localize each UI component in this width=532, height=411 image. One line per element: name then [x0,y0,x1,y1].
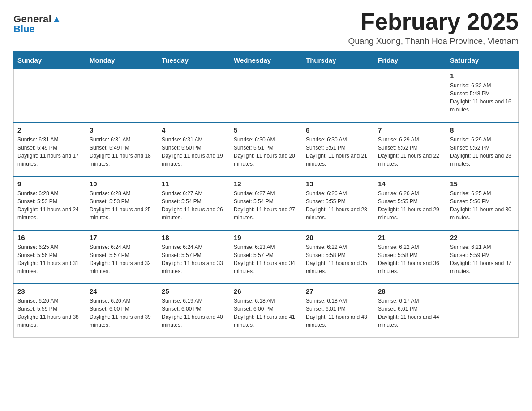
calendar-cell: 3Sunrise: 6:31 AMSunset: 5:49 PMDaylight… [86,123,158,176]
calendar-cell: 11Sunrise: 6:27 AMSunset: 5:54 PMDayligh… [158,176,230,230]
day-number: 14 [378,180,442,188]
day-info: Sunrise: 6:31 AMSunset: 5:49 PMDaylight:… [17,136,82,168]
calendar-cell: 23Sunrise: 6:20 AMSunset: 5:59 PMDayligh… [14,284,86,338]
header-day-thursday: Thursday [302,52,374,69]
calendar-cell [230,69,302,123]
day-number: 27 [306,287,370,295]
day-number: 23 [17,287,82,295]
calendar-week-4: 16Sunrise: 6:25 AMSunset: 5:56 PMDayligh… [14,230,519,284]
day-number: 12 [234,180,298,188]
calendar-cell [14,69,86,123]
day-number: 9 [17,180,82,188]
header-day-monday: Monday [86,52,158,69]
calendar-cell: 14Sunrise: 6:26 AMSunset: 5:55 PMDayligh… [374,176,446,230]
day-info: Sunrise: 6:20 AMSunset: 5:59 PMDaylight:… [17,297,82,329]
calendar-week-3: 9Sunrise: 6:28 AMSunset: 5:53 PMDaylight… [14,176,519,230]
day-info: Sunrise: 6:31 AMSunset: 5:50 PMDaylight:… [162,136,226,168]
day-info: Sunrise: 6:21 AMSunset: 5:59 PMDaylight:… [450,243,515,275]
calendar-cell: 16Sunrise: 6:25 AMSunset: 5:56 PMDayligh… [14,230,86,284]
day-number: 8 [450,126,515,134]
calendar-cell: 8Sunrise: 6:29 AMSunset: 5:52 PMDaylight… [446,123,519,176]
calendar-cell: 21Sunrise: 6:22 AMSunset: 5:58 PMDayligh… [374,230,446,284]
calendar-cell: 18Sunrise: 6:24 AMSunset: 5:57 PMDayligh… [158,230,230,284]
day-number: 2 [17,126,82,134]
day-info: Sunrise: 6:18 AMSunset: 6:00 PMDaylight:… [234,297,298,329]
calendar-week-5: 23Sunrise: 6:20 AMSunset: 5:59 PMDayligh… [14,284,519,338]
day-number: 16 [17,234,82,241]
calendar-cell: 26Sunrise: 6:18 AMSunset: 6:00 PMDayligh… [230,284,302,338]
day-number: 10 [90,180,154,188]
calendar-cell: 9Sunrise: 6:28 AMSunset: 5:53 PMDaylight… [14,176,86,230]
day-info: Sunrise: 6:19 AMSunset: 6:00 PMDaylight:… [162,297,226,329]
day-info: Sunrise: 6:25 AMSunset: 5:56 PMDaylight:… [17,243,82,275]
day-number: 7 [378,126,442,134]
calendar-cell [302,69,374,123]
header: General▲ Blue February 2025 Quang Xuong,… [13,9,519,46]
calendar-cell: 19Sunrise: 6:23 AMSunset: 5:57 PMDayligh… [230,230,302,284]
calendar-cell [86,69,158,123]
logo: General▲ Blue [13,9,62,35]
day-info: Sunrise: 6:18 AMSunset: 6:01 PMDaylight:… [306,297,370,329]
day-info: Sunrise: 6:26 AMSunset: 5:55 PMDaylight:… [306,189,370,222]
day-number: 18 [162,234,226,241]
day-number: 19 [234,234,298,241]
header-day-tuesday: Tuesday [158,52,230,69]
day-info: Sunrise: 6:22 AMSunset: 5:58 PMDaylight:… [306,243,370,275]
calendar-cell: 1Sunrise: 6:32 AMSunset: 5:48 PMDaylight… [446,69,519,123]
day-info: Sunrise: 6:29 AMSunset: 5:52 PMDaylight:… [378,136,442,168]
day-info: Sunrise: 6:30 AMSunset: 5:51 PMDaylight:… [234,136,298,168]
calendar-cell: 13Sunrise: 6:26 AMSunset: 5:55 PMDayligh… [302,176,374,230]
day-number: 22 [450,234,515,241]
day-number: 13 [306,180,370,188]
calendar-cell: 28Sunrise: 6:17 AMSunset: 6:01 PMDayligh… [374,284,446,338]
day-info: Sunrise: 6:29 AMSunset: 5:52 PMDaylight:… [450,136,515,168]
calendar-cell: 7Sunrise: 6:29 AMSunset: 5:52 PMDaylight… [374,123,446,176]
calendar-cell: 10Sunrise: 6:28 AMSunset: 5:53 PMDayligh… [86,176,158,230]
title-block: February 2025 Quang Xuong, Thanh Hoa Pro… [348,9,519,46]
day-info: Sunrise: 6:23 AMSunset: 5:57 PMDaylight:… [234,243,298,275]
day-number: 25 [162,287,226,295]
calendar-cell: 15Sunrise: 6:25 AMSunset: 5:56 PMDayligh… [446,176,519,230]
calendar-cell: 6Sunrise: 6:30 AMSunset: 5:51 PMDaylight… [302,123,374,176]
calendar-cell: 2Sunrise: 6:31 AMSunset: 5:49 PMDaylight… [14,123,86,176]
calendar-cell: 12Sunrise: 6:27 AMSunset: 5:54 PMDayligh… [230,176,302,230]
day-info: Sunrise: 6:17 AMSunset: 6:01 PMDaylight:… [378,297,442,329]
day-number: 3 [90,126,154,134]
day-info: Sunrise: 6:20 AMSunset: 6:00 PMDaylight:… [90,297,154,329]
day-info: Sunrise: 6:32 AMSunset: 5:48 PMDaylight:… [450,81,515,114]
logo-blue-text: Blue [13,23,35,35]
header-row: SundayMondayTuesdayWednesdayThursdayFrid… [14,52,519,69]
calendar-cell [446,284,519,338]
calendar-cell: 22Sunrise: 6:21 AMSunset: 5:59 PMDayligh… [446,230,519,284]
day-number: 5 [234,126,298,134]
calendar-cell: 17Sunrise: 6:24 AMSunset: 5:57 PMDayligh… [86,230,158,284]
calendar-cell: 27Sunrise: 6:18 AMSunset: 6:01 PMDayligh… [302,284,374,338]
calendar-table: SundayMondayTuesdayWednesdayThursdayFrid… [13,51,519,338]
day-info: Sunrise: 6:30 AMSunset: 5:51 PMDaylight:… [306,136,370,168]
day-number: 11 [162,180,226,188]
day-number: 6 [306,126,370,134]
day-number: 28 [378,287,442,295]
day-number: 24 [90,287,154,295]
calendar-cell: 24Sunrise: 6:20 AMSunset: 6:00 PMDayligh… [86,284,158,338]
day-info: Sunrise: 6:25 AMSunset: 5:56 PMDaylight:… [450,189,515,222]
calendar-week-1: 1Sunrise: 6:32 AMSunset: 5:48 PMDaylight… [14,69,519,123]
day-info: Sunrise: 6:27 AMSunset: 5:54 PMDaylight:… [162,189,226,222]
day-info: Sunrise: 6:31 AMSunset: 5:49 PMDaylight:… [90,136,154,168]
day-number: 15 [450,180,515,188]
day-number: 21 [378,234,442,241]
header-day-sunday: Sunday [14,52,86,69]
calendar-cell: 20Sunrise: 6:22 AMSunset: 5:58 PMDayligh… [302,230,374,284]
calendar-cell [374,69,446,123]
day-number: 26 [234,287,298,295]
day-info: Sunrise: 6:24 AMSunset: 5:57 PMDaylight:… [162,243,226,275]
day-number: 17 [90,234,154,241]
day-number: 1 [450,72,515,80]
day-info: Sunrise: 6:24 AMSunset: 5:57 PMDaylight:… [90,243,154,275]
header-day-friday: Friday [374,52,446,69]
calendar-cell [158,69,230,123]
calendar-subtitle: Quang Xuong, Thanh Hoa Province, Vietnam [348,36,519,46]
day-info: Sunrise: 6:22 AMSunset: 5:58 PMDaylight:… [378,243,442,275]
calendar-week-2: 2Sunrise: 6:31 AMSunset: 5:49 PMDaylight… [14,123,519,176]
logo-triangle-icon: ▲ [51,13,61,25]
